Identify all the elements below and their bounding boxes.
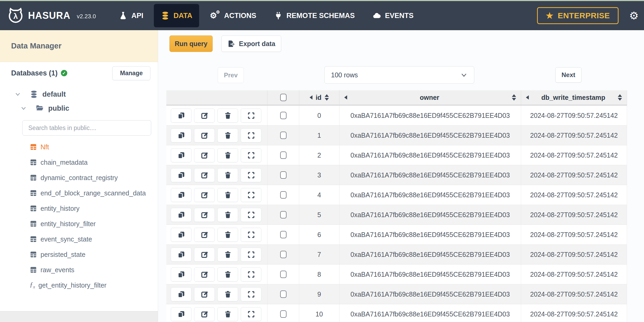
delete-row-button[interactable] xyxy=(217,109,238,123)
sort-icon[interactable] xyxy=(618,94,622,101)
clone-row-button[interactable] xyxy=(171,168,191,182)
edit-row-button[interactable] xyxy=(194,109,215,123)
tree-node-database-default[interactable]: default xyxy=(15,87,158,102)
clone-row-button[interactable] xyxy=(171,248,191,262)
select-all-checkbox[interactable] xyxy=(280,94,287,101)
clone-row-button[interactable] xyxy=(171,287,191,301)
nav-item-api[interactable]: API xyxy=(112,4,150,27)
edit-row-button[interactable] xyxy=(194,228,215,242)
header-timestamp-column[interactable]: db_write_timestamp xyxy=(521,90,627,105)
sidebar-item-table-event_sync_state[interactable]: event_sync_state xyxy=(0,231,158,247)
edit-row-button[interactable] xyxy=(194,208,215,222)
expand-row-button[interactable] xyxy=(241,128,261,142)
row-checkbox[interactable] xyxy=(280,251,287,258)
nav-item-events[interactable]: EVENTS xyxy=(365,4,421,27)
edit-row-button[interactable] xyxy=(194,128,215,142)
delete-row-button[interactable] xyxy=(217,208,238,222)
copy-icon xyxy=(177,132,185,139)
collapse-column-icon[interactable] xyxy=(344,95,347,100)
collapse-column-icon[interactable] xyxy=(526,95,529,100)
sidebar-item-table-end_of_block_range_scanned_data[interactable]: end_of_block_range_scanned_data xyxy=(0,185,158,201)
expand-row-button[interactable] xyxy=(241,267,261,281)
row-checkbox[interactable] xyxy=(280,271,287,278)
nav-item-remote-schemas[interactable]: REMOTE SCHEMAS xyxy=(267,4,362,27)
edit-row-button[interactable] xyxy=(194,248,215,262)
collapse-column-icon[interactable] xyxy=(310,95,312,100)
sidebar-item-table-persisted_state[interactable]: persisted_state xyxy=(0,247,158,262)
row-checkbox[interactable] xyxy=(280,191,287,199)
expand-row-button[interactable] xyxy=(241,188,261,202)
row-actions-cell xyxy=(166,205,267,225)
header-owner-column[interactable]: owner xyxy=(339,90,521,105)
manage-button[interactable]: Manage xyxy=(112,66,150,80)
row-checkbox[interactable] xyxy=(280,310,287,318)
search-tables-input[interactable] xyxy=(22,120,151,136)
row-checkbox[interactable] xyxy=(280,132,287,139)
database-connected-check-icon: ✓ xyxy=(61,70,67,76)
tree-node-schema-public[interactable]: public xyxy=(21,102,158,114)
clone-row-button[interactable] xyxy=(171,188,191,202)
sidebar-item-function[interactable]: ƒx get_entity_history_filter xyxy=(0,278,158,293)
edit-row-button[interactable] xyxy=(194,267,215,281)
next-page-button[interactable]: Next xyxy=(555,67,582,83)
delete-row-button[interactable] xyxy=(217,148,238,162)
export-data-button[interactable]: Export data xyxy=(221,35,281,52)
delete-row-button[interactable] xyxy=(217,128,238,142)
sidebar-item-table-dynamic_contract_registry[interactable]: dynamic_contract_registry xyxy=(0,170,158,185)
prev-page-button[interactable]: Prev xyxy=(218,67,244,83)
run-query-button[interactable]: Run query xyxy=(169,35,213,52)
header-id-column[interactable]: id xyxy=(299,90,339,105)
row-checkbox[interactable] xyxy=(280,231,287,238)
table-name: raw_events xyxy=(41,266,74,274)
cell-owner: 0xaBA7161A7fb69c88e16ED9f455CE62B791EE4D… xyxy=(339,225,521,244)
expand-row-button[interactable] xyxy=(241,148,261,162)
enterprise-button[interactable]: ★ ENTERPRISE xyxy=(537,7,619,24)
delete-row-button[interactable] xyxy=(217,188,238,202)
expand-row-button[interactable] xyxy=(241,228,261,242)
column-title-db-write-timestamp: db_write_timestamp xyxy=(541,94,605,101)
delete-row-button[interactable] xyxy=(217,307,238,321)
row-checkbox[interactable] xyxy=(280,290,287,298)
sidebar-item-table-entity_history_filter[interactable]: entity_history_filter xyxy=(0,216,158,231)
clone-row-button[interactable] xyxy=(171,109,191,123)
export-data-label: Export data xyxy=(239,40,275,48)
expand-row-button[interactable] xyxy=(241,208,261,222)
edit-row-button[interactable] xyxy=(194,287,215,301)
row-checkbox[interactable] xyxy=(280,211,287,218)
edit-row-button[interactable] xyxy=(194,188,215,202)
expand-row-button[interactable] xyxy=(241,287,261,301)
cell-id: 5 xyxy=(299,205,339,225)
sort-icon[interactable] xyxy=(325,94,329,101)
sidebar-item-table-entity_history[interactable]: entity_history xyxy=(0,201,158,216)
expand-row-button[interactable] xyxy=(241,248,261,262)
nav-item-actions[interactable]: ⚙⚙ ACTIONS xyxy=(203,4,263,27)
delete-row-button[interactable] xyxy=(217,248,238,262)
expand-row-button[interactable] xyxy=(241,168,261,182)
edit-row-button[interactable] xyxy=(194,307,215,321)
expand-row-button[interactable] xyxy=(241,109,261,123)
delete-row-button[interactable] xyxy=(217,228,238,242)
clone-row-button[interactable] xyxy=(171,228,191,242)
rows-per-page-select[interactable]: 100 rows xyxy=(324,66,474,84)
row-checkbox[interactable] xyxy=(280,171,287,179)
delete-row-button[interactable] xyxy=(217,267,238,281)
edit-row-button[interactable] xyxy=(194,168,215,182)
row-checkbox[interactable] xyxy=(280,151,287,159)
clone-row-button[interactable] xyxy=(171,128,191,142)
delete-row-button[interactable] xyxy=(217,168,238,182)
clone-row-button[interactable] xyxy=(171,307,191,321)
sidebar-item-table-raw_events[interactable]: raw_events xyxy=(0,262,158,278)
clone-row-button[interactable] xyxy=(171,267,191,281)
edit-row-button[interactable] xyxy=(194,148,215,162)
settings-gear-icon[interactable]: ⚙ xyxy=(629,10,637,21)
expand-row-button[interactable] xyxy=(241,307,261,321)
sidebar-title: Data Manager xyxy=(11,42,61,50)
sidebar-item-table-Nft[interactable]: Nft xyxy=(0,139,158,155)
sidebar-item-table-chain_metadata[interactable]: chain_metadata xyxy=(0,155,158,170)
clone-row-button[interactable] xyxy=(171,208,191,222)
sort-icon[interactable] xyxy=(512,94,516,101)
nav-item-data[interactable]: DATA xyxy=(154,4,199,27)
row-checkbox[interactable] xyxy=(280,112,287,119)
delete-row-button[interactable] xyxy=(217,287,238,301)
clone-row-button[interactable] xyxy=(171,148,191,162)
